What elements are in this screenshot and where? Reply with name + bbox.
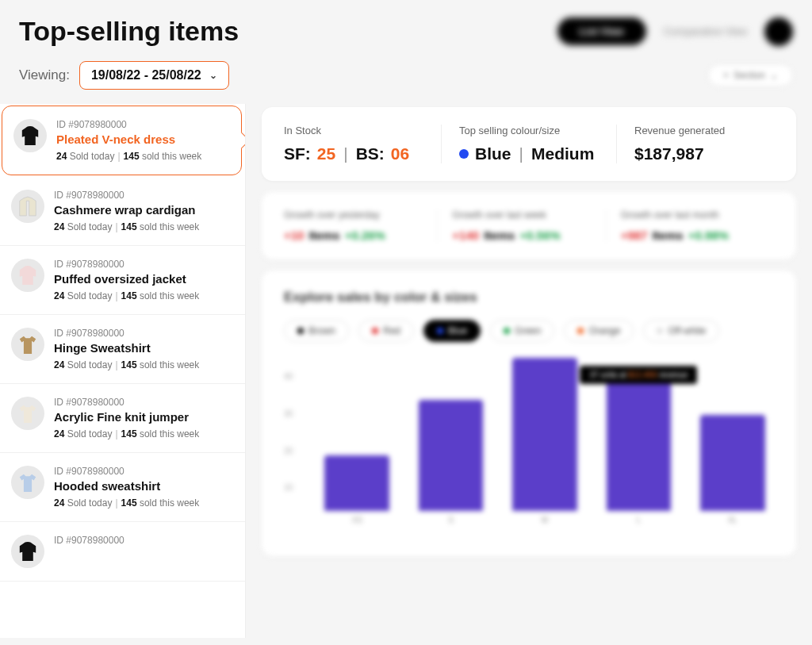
chart-x-tick: M [542,516,548,524]
product-name: Hooded sweatshirt [54,479,234,493]
growth-stat: Growth over last month+987Items+0.98% [607,209,774,242]
chevron-down-icon: ⌄ [209,70,217,81]
chart-title: Explore sales by color & sizes [284,290,774,305]
product-list: ID #9078980000Pleated V-neck dress24 Sol… [0,104,246,638]
growth-stat: Growth over yesterday+10Items+0.26% [284,209,438,242]
product-stats: 24 Sold today|145 sold this week [56,151,230,162]
product-id: ID #9078980000 [54,466,234,477]
product-id: ID #9078980000 [54,190,234,201]
chart-y-tick: 20 [284,446,293,455]
color-filter-pill[interactable]: Brown [284,320,349,342]
section-dropdown[interactable]: +Section⌄ [708,64,793,86]
revenue-value: $187,987 [634,144,774,163]
product-list-item[interactable]: ID #9078980000 [0,522,245,582]
product-thumb-icon [11,397,44,430]
product-stats: 24 Sold today|145 sold this week [54,221,234,232]
product-thumb-icon [11,328,44,361]
color-filter-pill[interactable]: Green [490,320,554,342]
stat-top-combo: Top selling colour/size Blue | Medium [442,125,617,163]
top-combo-label: Top selling colour/size [459,125,599,136]
date-range-value: 19/08/22 - 25/08/22 [91,68,201,83]
product-id: ID #9078980000 [54,535,234,546]
color-dot-icon [459,149,469,159]
list-view-button[interactable]: List View [557,17,646,45]
chart-y-tick: 40 [284,372,293,381]
sales-bar-chart: 10203040XSSM37 units at $12,456 revenueL… [284,358,774,548]
product-id: ID #9078980000 [54,259,234,270]
product-name: Cashmere wrap cardigan [54,203,234,217]
chart-x-tick: XS [352,516,362,524]
chart-x-tick: S [448,516,454,524]
product-list-item[interactable]: ID #9078980000Puffed oversized jacket24 … [0,246,245,315]
chart-bar: XS [316,358,398,524]
color-filter-pill[interactable]: Orange [564,320,634,342]
page-title: Top-selling items [19,16,239,47]
product-thumb-icon [11,466,44,499]
product-stats: 24 Sold today|145 sold this week [54,290,234,301]
in-stock-label: In Stock [284,125,423,136]
comparative-view-button[interactable]: Comparative View [656,17,755,45]
revenue-label: Revenue generated [634,125,774,136]
growth-stat: Growth over last week+140Items+0.56% [438,209,606,242]
chart-card: Explore sales by color & sizes BrownRedB… [262,271,796,556]
product-list-item[interactable]: ID #9078980000Acrylic Fine knit jumper24… [0,384,245,453]
header-view-switch: List View Comparative View [557,17,793,46]
product-stats: 24 Sold today|145 sold this week [54,497,234,509]
chart-x-tick: L [637,516,642,524]
product-list-item[interactable]: ID #9078980000Pleated V-neck dress24 Sol… [2,106,242,175]
product-name: Acrylic Fine knit jumper [54,410,234,424]
chart-bar: M [504,358,586,524]
product-name: Puffed oversized jacket [54,272,234,286]
product-id: ID #9078980000 [56,119,230,130]
chart-bar: XL [691,358,774,524]
chart-tooltip: 37 units at $12,456 revenue [580,366,697,384]
product-thumb-icon [11,190,44,223]
color-filter-pill[interactable]: Red [358,320,414,342]
chart-y-tick: 30 [284,409,293,418]
chart-bar: S [409,358,492,524]
stat-revenue: Revenue generated $187,987 [617,125,774,163]
chart-bar: 37 units at $12,456 revenueL [597,358,680,524]
settings-round-button[interactable] [764,17,793,46]
growth-card: Growth over yesterday+10Items+0.26%Growt… [262,192,796,259]
color-filter-pill[interactable]: Off-white [643,320,719,342]
color-filter-pill[interactable]: Blue [423,320,481,342]
product-name: Pleated V-neck dress [56,132,230,146]
product-id: ID #9078980000 [54,328,234,339]
viewing-label: Viewing: [19,67,70,83]
stat-in-stock: In Stock SF: 25 | BS: 06 [284,125,442,163]
product-name: Hinge Sweatshirt [54,341,234,355]
product-thumb-icon [13,119,47,152]
product-stats: 24 Sold today|145 sold this week [54,359,234,370]
summary-stats-card: In Stock SF: 25 | BS: 06 Top selling col… [262,107,796,181]
product-thumb-icon [11,259,44,292]
product-thumb-icon [11,535,44,568]
date-range-picker[interactable]: 19/08/22 - 25/08/22 ⌄ [79,61,229,90]
product-stats: 24 Sold today|145 sold this week [54,428,234,440]
chart-y-tick: 10 [284,483,293,492]
chart-x-tick: XL [728,516,737,524]
product-id: ID #9078980000 [54,397,234,408]
product-list-item[interactable]: ID #9078980000Cashmere wrap cardigan24 S… [0,177,245,246]
color-filter-row: BrownRedBlueGreenOrangeOff-white [284,320,774,342]
product-list-item[interactable]: ID #9078980000Hooded sweatshirt24 Sold t… [0,453,245,522]
product-list-item[interactable]: ID #9078980000Hinge Sweatshirt24 Sold to… [0,315,245,384]
